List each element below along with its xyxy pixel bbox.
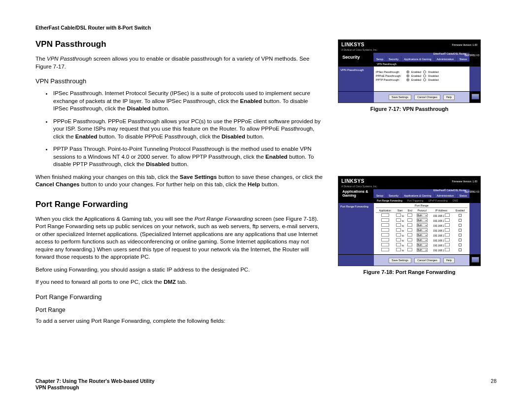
tab-apps-gaming[interactable]: Applications & Gaming xyxy=(401,193,434,198)
text-bold: Disabled xyxy=(127,105,151,111)
subtab-vpn[interactable]: VPN Passthrough xyxy=(377,63,397,66)
end-input[interactable] xyxy=(407,238,412,241)
end-input[interactable] xyxy=(407,233,412,237)
vpn-closing: When finished making your changes on thi… xyxy=(35,173,324,189)
product-name: EtherFast® Cable/DSL Router xyxy=(433,52,466,55)
setting-row: IPSec Passthrough:EnabledDisabled xyxy=(376,70,467,73)
radio-label: Disabled xyxy=(428,70,438,73)
app-input[interactable] xyxy=(381,213,389,217)
protocol-select[interactable]: Both xyxy=(417,243,428,247)
start-input[interactable] xyxy=(396,233,401,237)
save-button[interactable]: Save Settings xyxy=(389,95,411,100)
figure-7-18: LINKSYS Firmware Version: 1.00 A Divisio… xyxy=(338,176,481,275)
ip-input[interactable] xyxy=(445,228,450,232)
help-button[interactable]: Help xyxy=(443,95,455,100)
end-input[interactable] xyxy=(407,248,412,251)
radio-label: Disabled xyxy=(428,78,438,81)
app-input[interactable] xyxy=(381,218,389,222)
protocol-select[interactable]: Both xyxy=(417,213,428,217)
end-input[interactable] xyxy=(407,243,412,246)
help-button[interactable]: Help xyxy=(443,258,455,263)
ip-input[interactable] xyxy=(445,223,450,227)
table-row: toBoth192.168.1. xyxy=(376,218,467,223)
subtab-prf[interactable]: Port Range Forwarding xyxy=(377,199,402,202)
enabled-checkbox[interactable] xyxy=(459,234,462,237)
ip-prefix: 192.168.1. xyxy=(433,214,445,217)
settings-panel: IPSec Passthrough:EnabledDisabledPPPoE P… xyxy=(374,67,480,91)
subtab-upnp[interactable]: UPnP Forwarding xyxy=(429,199,448,202)
protocol-select[interactable]: Both xyxy=(417,223,428,227)
ip-input[interactable] xyxy=(445,218,450,222)
enabled-checkbox[interactable] xyxy=(459,219,462,222)
list-item: PPPoE Passthrough. PPPoE Passthrough all… xyxy=(52,118,324,141)
tab-admin[interactable]: Administration xyxy=(434,56,457,62)
ip-input[interactable] xyxy=(445,248,450,251)
radio-enabled[interactable] xyxy=(406,74,409,77)
radio-enabled[interactable] xyxy=(406,78,409,81)
ip-input[interactable] xyxy=(445,233,450,237)
product-name: EtherFast® Cable/DSL Router xyxy=(433,189,466,192)
list-item: IPSec Passthrough. Internet Protocol Sec… xyxy=(52,90,324,113)
enabled-checkbox[interactable] xyxy=(459,214,462,217)
end-input[interactable] xyxy=(407,228,412,232)
rs-footer: Save Settings Cancel Changes Help xyxy=(338,91,480,103)
start-input[interactable] xyxy=(396,238,401,241)
app-input[interactable] xyxy=(381,248,389,251)
tab-security[interactable]: Security xyxy=(386,193,401,198)
start-input[interactable] xyxy=(396,248,401,251)
figure-7-17: LINKSYS Firmware Version: 1.00 A Divisio… xyxy=(338,39,481,112)
app-input[interactable] xyxy=(381,233,389,237)
firmware-label: Firmware Version: 1.00 xyxy=(452,178,477,184)
start-input[interactable] xyxy=(396,223,401,227)
subtab-pt[interactable]: Port Triggering xyxy=(407,199,424,202)
tab-security[interactable]: Security xyxy=(386,56,401,62)
subsub-port-range: Port Range xyxy=(35,307,324,313)
text-bold: Disabled xyxy=(222,134,245,139)
radio-disabled[interactable] xyxy=(423,74,426,77)
radio-disabled[interactable] xyxy=(423,70,426,73)
enabled-checkbox[interactable] xyxy=(459,229,462,232)
list-item: PPTP Pass Through. Point-to-Point Tunnel… xyxy=(52,145,324,169)
radio-enabled[interactable] xyxy=(406,70,409,73)
enabled-checkbox[interactable] xyxy=(459,239,462,241)
app-input[interactable] xyxy=(381,223,389,227)
text-bold: Enabled xyxy=(266,154,288,160)
end-input[interactable] xyxy=(407,213,412,217)
start-input[interactable] xyxy=(396,218,401,222)
ip-input[interactable] xyxy=(445,213,450,217)
setting-label: PPPoE Passthrough: xyxy=(376,74,404,77)
radio-disabled[interactable] xyxy=(423,78,426,81)
app-input[interactable] xyxy=(381,243,389,246)
end-input[interactable] xyxy=(407,218,412,222)
ip-input[interactable] xyxy=(445,243,450,246)
protocol-select[interactable]: Both xyxy=(417,238,428,242)
tab-admin[interactable]: Administration xyxy=(434,193,457,198)
tab-setup[interactable]: Setup xyxy=(373,56,386,62)
end-input[interactable] xyxy=(407,223,412,227)
table-row: toBoth192.168.1. xyxy=(376,247,467,252)
save-button[interactable]: Save Settings xyxy=(389,258,411,263)
start-input[interactable] xyxy=(396,213,401,217)
enabled-checkbox[interactable] xyxy=(459,243,462,246)
protocol-select[interactable]: Both xyxy=(417,233,428,237)
cancel-button[interactable]: Cancel Changes xyxy=(414,95,440,100)
ip-input[interactable] xyxy=(445,238,450,241)
tab-setup[interactable]: Setup xyxy=(373,193,386,198)
app-input[interactable] xyxy=(381,228,389,232)
protocol-select[interactable]: Both xyxy=(417,218,428,222)
app-input[interactable] xyxy=(381,238,389,241)
rs-body: VPN Passthrough IPSec Passthrough:Enable… xyxy=(338,67,480,91)
enabled-checkbox[interactable] xyxy=(459,224,462,227)
protocol-select[interactable]: Both xyxy=(417,228,428,232)
tab-status[interactable]: Status xyxy=(456,193,469,198)
protocol-select[interactable]: Both xyxy=(417,248,428,252)
table-row: toBoth192.168.1. xyxy=(376,238,467,242)
cancel-button[interactable]: Cancel Changes xyxy=(414,258,440,263)
start-input[interactable] xyxy=(396,228,401,232)
subtab-dmz[interactable]: DMZ xyxy=(453,199,458,202)
tab-apps-gaming[interactable]: Applications & Gaming xyxy=(401,56,434,62)
brand-logo: LINKSYS xyxy=(341,42,365,47)
tab-status[interactable]: Status xyxy=(456,56,469,62)
enabled-checkbox[interactable] xyxy=(459,248,462,251)
start-input[interactable] xyxy=(396,243,401,246)
